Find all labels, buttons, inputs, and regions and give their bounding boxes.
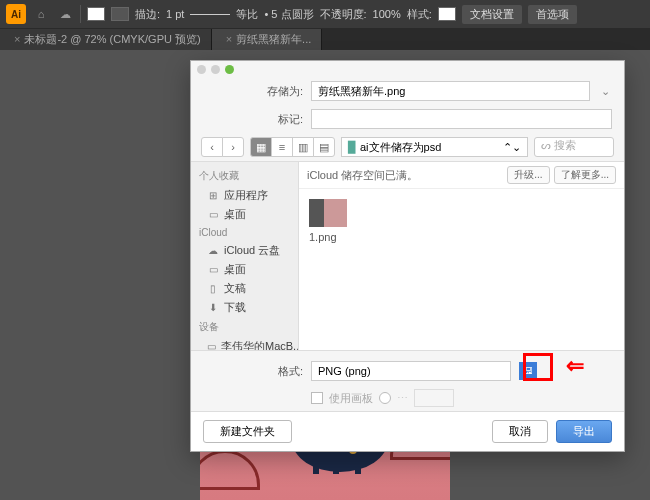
sidebar-item-desk2[interactable]: ▭桌面 <box>191 260 298 279</box>
laptop-icon: ▭ <box>207 341 216 351</box>
style-label: 样式: <box>407 7 432 22</box>
format-select[interactable]: PNG (png) <box>311 361 511 381</box>
stroke-style[interactable] <box>190 14 230 15</box>
annotation-box <box>523 353 553 381</box>
sidebar-head-devices: 设备 <box>191 317 298 337</box>
sidebar: 个人收藏 ⊞应用程序 ▭桌面 iCloud ☁iCloud 云盘 ▭桌面 ▯文稿… <box>191 162 299 350</box>
icon-view-button[interactable]: ▦ <box>250 137 272 157</box>
col-view-button[interactable]: ▥ <box>292 137 314 157</box>
dot-label[interactable]: • 5 点圆形 <box>264 7 313 22</box>
back-button[interactable]: ‹ <box>201 137 223 157</box>
dialog-nav: ‹ › ▦ ≡ ▥ ▤ ▉ ai文件储存为psd ⌃⌄ ᔕ 搜索 <box>191 133 624 162</box>
file-item[interactable]: 1.png <box>309 199 614 243</box>
download-icon: ⬇ <box>207 302 219 314</box>
file-browser: iCloud 储存空间已满。 升级... 了解更多... 1.png <box>299 162 624 350</box>
min-dot[interactable] <box>211 65 220 74</box>
close-dot[interactable] <box>197 65 206 74</box>
stroke-label: 描边: <box>135 7 160 22</box>
learn-more-button[interactable]: 了解更多... <box>554 166 616 184</box>
doc-icon: ▯ <box>207 283 219 295</box>
upgrade-button[interactable]: 升级... <box>507 166 549 184</box>
sidebar-item-docs[interactable]: ▯文稿 <box>191 279 298 298</box>
dialog-titlebar[interactable] <box>191 61 624 77</box>
close-icon[interactable]: × <box>226 33 232 45</box>
tab-bar: ×未标题-2 @ 72% (CMYK/GPU 预览) ×剪纸黑猪新年... <box>0 28 650 50</box>
svg-rect-17 <box>333 463 339 474</box>
format-label: 格式: <box>203 364 303 379</box>
chevron-updown-icon: ⌃⌄ <box>503 141 521 154</box>
file-thumbnail <box>309 199 347 227</box>
chevron-down-icon[interactable]: ⌄ <box>598 82 612 100</box>
top-toolbar: Ai ⌂ ☁ 描边: 1 pt 等比 • 5 点圆形 不透明度: 100% 样式… <box>0 0 650 28</box>
desktop-icon: ▭ <box>207 264 219 276</box>
range-input <box>414 389 454 407</box>
sidebar-head-icloud: iCloud <box>191 224 298 241</box>
cloud-graphic <box>200 450 260 490</box>
file-name: 1.png <box>309 231 614 243</box>
opacity-label: 不透明度: <box>320 7 367 22</box>
annotation-arrow: ⇐ <box>566 353 584 379</box>
close-icon[interactable]: × <box>14 33 20 45</box>
sidebar-item-apps[interactable]: ⊞应用程序 <box>191 186 298 205</box>
stroke-value[interactable]: 1 pt <box>166 8 184 20</box>
fwd-button[interactable]: › <box>222 137 244 157</box>
folder-icon: ▉ <box>348 141 356 154</box>
cloud-icon: ☁ <box>207 245 219 257</box>
icloud-warning: iCloud 储存空间已满。 升级... 了解更多... <box>299 162 624 189</box>
desktop-icon: ▭ <box>207 209 219 221</box>
sidebar-item-desktop[interactable]: ▭桌面 <box>191 205 298 224</box>
cloud-icon[interactable]: ☁ <box>56 5 74 23</box>
sidebar-item-macbook[interactable]: ▭李伟华的MacB... <box>191 337 298 350</box>
dash-label[interactable]: 等比 <box>236 7 258 22</box>
sidebar-item-downloads[interactable]: ⬇下载 <box>191 298 298 317</box>
svg-rect-16 <box>313 463 319 474</box>
sidebar-item-icloud[interactable]: ☁iCloud 云盘 <box>191 241 298 260</box>
doc-setup-button[interactable]: 文档设置 <box>462 5 522 24</box>
search-input[interactable]: ᔕ 搜索 <box>534 137 614 157</box>
app-logo: Ai <box>6 4 26 24</box>
opacity-value[interactable]: 100% <box>373 8 401 20</box>
apps-icon: ⊞ <box>207 190 219 202</box>
tab-doc1[interactable]: ×未标题-2 @ 72% (CMYK/GPU 预览) <box>0 29 212 50</box>
range-radio <box>379 392 391 404</box>
list-view-button[interactable]: ≡ <box>271 137 293 157</box>
save-dialog: 存储为: ⌄ 标记: ‹ › ▦ ≡ ▥ ▤ ▉ ai文件储存为psd ⌃⌄ ᔕ… <box>190 60 625 452</box>
stroke-swatch[interactable] <box>111 7 129 21</box>
artboard-checkbox[interactable] <box>311 392 323 404</box>
zoom-dot[interactable] <box>225 65 234 74</box>
export-button[interactable]: 导出 <box>556 420 612 443</box>
style-swatch[interactable] <box>438 7 456 21</box>
sidebar-head-fav: 个人收藏 <box>191 166 298 186</box>
tab-doc2[interactable]: ×剪纸黑猪新年... <box>212 29 323 50</box>
filename-input[interactable] <box>311 81 590 101</box>
save-as-label: 存储为: <box>203 84 303 99</box>
home-icon[interactable]: ⌂ <box>32 5 50 23</box>
prefs-button[interactable]: 首选项 <box>528 5 577 24</box>
svg-rect-18 <box>355 463 361 474</box>
gallery-view-button[interactable]: ▤ <box>313 137 335 157</box>
tag-label: 标记: <box>203 112 303 127</box>
tag-input[interactable] <box>311 109 612 129</box>
artboard-label: 使用画板 <box>329 391 373 406</box>
fill-swatch[interactable] <box>87 7 105 21</box>
new-folder-button[interactable]: 新建文件夹 <box>203 420 292 443</box>
folder-dropdown[interactable]: ▉ ai文件储存为psd ⌃⌄ <box>341 137 528 157</box>
cancel-button[interactable]: 取消 <box>492 420 548 443</box>
